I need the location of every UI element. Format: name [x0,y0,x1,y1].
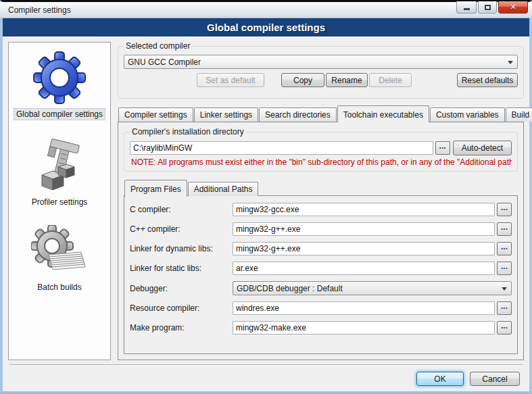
field-label: Linker for dynamic libs: [130,244,233,253]
dynamic-linker-input[interactable] [233,242,495,255]
field-label: Linker for static libs: [130,264,233,273]
footer-separator [9,364,523,366]
maximize-icon [485,5,491,10]
page-title: Global compiler settings [3,18,529,38]
compiler-select[interactable]: GNU GCC Compiler [124,55,518,69]
note-text: NOTE: All programs must exist either in … [130,157,512,167]
tab-build-options[interactable]: Build options [506,107,532,122]
static-linker-input[interactable] [233,262,495,275]
selected-compiler-label: Selected compiler [124,41,192,51]
window-controls: ✕ [455,1,528,14]
gray-gear-papers-icon [31,225,88,278]
resource-compiler-input[interactable] [233,301,495,315]
field-row-debugger: Debugger: GDB/CDB debugger : Default [130,281,512,295]
sidebar-item-label: Batch builds [35,282,83,293]
field-row-cpp-compiler: C++ compiler: ... [130,222,512,236]
sidebar-item-label: Global compiler settings [14,109,105,120]
tab-search-directories[interactable]: Search directories [259,107,337,122]
field-row-resource-compiler: Resource compiler: ... [130,301,512,315]
installation-directory-group: Compiler's installation directory ... Au… [124,132,518,172]
debugger-select[interactable]: GDB/CDB debugger : Default [233,281,512,295]
field-row-dynamic-linker: Linker for dynamic libs: ... [130,242,512,255]
installation-directory-label: Compiler's installation directory [130,127,246,137]
c-compiler-input[interactable] [233,203,495,216]
selected-compiler-group: Selected compiler GNU GCC Compiler Set a… [118,46,524,99]
field-label: C++ compiler: [130,224,233,234]
make-program-input[interactable] [233,321,495,335]
field-label: C compiler: [130,205,233,214]
program-tabbar: Program Files Additional Paths [124,180,518,196]
browse-directory-button[interactable]: ... [435,141,450,155]
browse-button[interactable]: ... [497,262,512,275]
cancel-button[interactable]: Cancel [470,372,520,386]
sidebar-item-global-compiler-settings[interactable]: Global compiler settings [14,51,105,120]
tab-custom-variables[interactable]: Custom variables [430,107,505,122]
tab-program-files[interactable]: Program Files [124,180,187,197]
tab-toolchain-executables[interactable]: Toolchain executables [337,105,429,122]
cpp-compiler-input[interactable] [233,222,495,236]
auto-detect-button[interactable]: Auto-detect [453,141,512,155]
installation-directory-input[interactable] [130,141,433,155]
titlebar: Compiler settings ✕ [0,2,532,18]
chevron-down-icon [508,61,513,64]
minimize-icon [464,8,470,10]
copy-button[interactable]: Copy [281,73,324,87]
chevron-down-icon [502,287,507,291]
window-title: Compiler settings [8,5,71,15]
field-label: Resource compiler: [130,303,233,313]
sidebar-item-batch-builds[interactable]: Batch builds [31,225,88,293]
minimize-button[interactable] [456,1,477,14]
maximize-button[interactable] [478,1,497,14]
compiler-select-value: GNU GCC Compiler [128,57,201,67]
blue-gear-icon [32,51,87,105]
field-label: Debugger: [130,284,233,293]
close-button[interactable]: ✕ [498,1,528,14]
reset-defaults-button[interactable]: Reset defaults [457,73,518,87]
dialog-footer: OK Cancel [3,360,529,391]
rename-button[interactable]: Rename [326,73,368,87]
browse-button[interactable]: ... [497,301,512,315]
field-row-c-compiler: C compiler: ... [130,203,512,216]
program-files-page: C compiler: ... C++ compiler: ... Linker… [124,195,518,354]
settings-sidebar: Global compiler settings [8,42,111,360]
browse-button[interactable]: ... [497,222,512,236]
settings-tabbar: Compiler settings Linker settings Search… [118,105,524,122]
sidebar-item-profiler-settings[interactable]: Profiler settings [30,137,90,207]
debugger-select-value: GDB/CDB debugger : Default [237,284,343,293]
field-row-make-program: Make program: ... [130,321,512,335]
close-icon: ✕ [510,3,516,11]
field-label: Make program: [130,323,233,333]
sidebar-item-label: Profiler settings [30,197,90,207]
toolchain-executables-page: Compiler's installation directory ... Au… [118,122,524,360]
browse-button[interactable]: ... [497,203,512,216]
browse-button[interactable]: ... [497,321,512,335]
delete-button[interactable]: Delete [369,73,412,87]
ok-button[interactable]: OK [416,372,464,386]
tab-additional-paths[interactable]: Additional Paths [188,182,259,196]
tab-compiler-settings[interactable]: Compiler settings [118,107,193,122]
field-row-static-linker: Linker for static libs: ... [130,262,512,275]
caliper-icon [34,137,85,193]
browse-button[interactable]: ... [497,242,512,255]
set-as-default-button[interactable]: Set as default [197,73,264,87]
compiler-settings-dialog: Compiler settings ✕ Global compiler sett… [0,0,532,394]
tab-linker-settings[interactable]: Linker settings [194,107,258,122]
